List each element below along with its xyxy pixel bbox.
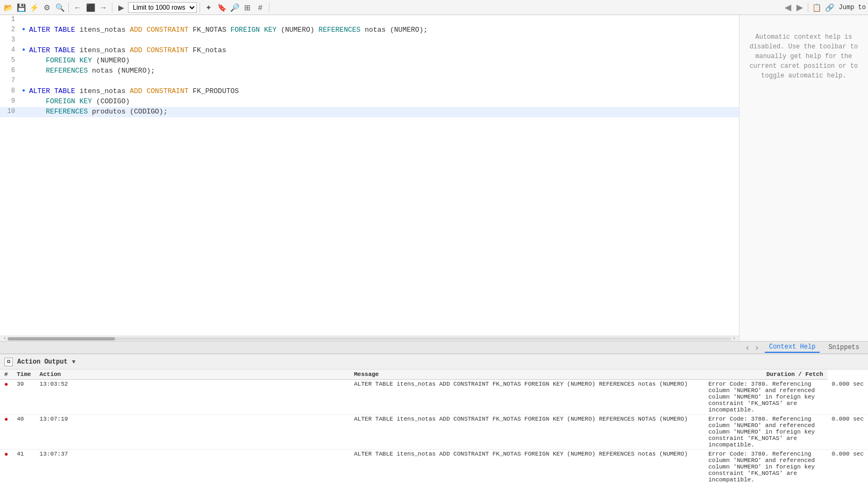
print-button[interactable]: ⊞ (241, 2, 253, 13)
tab-snippets[interactable]: Snippets (824, 343, 864, 352)
line-code-4: ALTER TABLE itens_notas ADD CONSTRAINT F… (27, 46, 739, 54)
divider-1 (68, 3, 69, 12)
context-icon-1[interactable]: 📋 (811, 2, 823, 13)
zoom-button[interactable]: 🔍 (54, 2, 66, 13)
output-copy-icon[interactable]: ⧉ (4, 358, 13, 366)
col-header-time: Time (12, 370, 35, 380)
code-line-10: 10 REFERENCES produtos (CODIGO); (0, 107, 739, 117)
line-num-2: 2 (0, 25, 20, 33)
back-button[interactable]: ← (72, 2, 83, 13)
output-panel: ⧉ Action Output ▼ # Time Action Message … (0, 354, 868, 483)
col-header-message: Message (350, 370, 704, 380)
line-dot-9 (20, 97, 27, 98)
line-num-10: 10 (0, 107, 20, 115)
limit-select[interactable]: Limit to 1000 rows Limit to 500 rows Don… (128, 2, 197, 13)
line-code-3 (27, 35, 739, 36)
context-icon-2[interactable]: 🔗 (824, 2, 836, 13)
table-header-row: # Time Action Message Duration / Fetch (0, 370, 868, 380)
tab-context-help[interactable]: Context Help (765, 342, 820, 353)
line-num-4: 4 (0, 46, 20, 54)
nav-prev-button[interactable]: ◀ (782, 2, 793, 12)
table-row: ● 40 13:07:19 ALTER TABLE itens_notas AD… (0, 415, 868, 450)
code-line-3: 3 (0, 35, 739, 46)
line-num-6: 6 (0, 66, 20, 74)
line-code-7 (27, 76, 739, 77)
line-code-1 (27, 15, 739, 16)
right-panel: Automatic context help is disabled. Use … (739, 15, 868, 341)
code-line-2: 2 ● ALTER TABLE itens_notas ADD CONSTRAI… (0, 25, 739, 35)
cell-action: ALTER TABLE itens_notas ADD CONSTRAINT F… (350, 415, 704, 450)
bottom-tabs-bar: ‹ › Context Help Snippets (0, 341, 868, 354)
scrollbar-track[interactable] (8, 337, 731, 340)
output-label: Action Output (17, 358, 68, 366)
jump-to-label: Jump to (839, 4, 866, 11)
line-dot-1 (20, 15, 27, 16)
cell-num: 39 (12, 380, 35, 415)
row-status-icon: ● (4, 381, 8, 388)
cell-action: ALTER TABLE itens_notas ADD CONSTRAINT F… (350, 450, 704, 484)
cell-num: 41 (12, 450, 35, 484)
line-code-9: FOREIGN KEY (CODIGO) (27, 97, 739, 105)
line-dot-3 (20, 35, 27, 37)
context-help-text: Automatic context help is disabled. Use … (746, 32, 862, 81)
line-num-3: 3 (0, 35, 20, 44)
cell-duration: 0.000 sec (828, 380, 868, 415)
refresh-button[interactable]: ⚡ (28, 2, 40, 13)
forward-button[interactable]: → (97, 2, 109, 13)
tab-prev-arrow[interactable]: ‹ (744, 343, 751, 352)
code-line-6: 6 REFERENCES notas (NUMERO); (0, 66, 739, 76)
nav-next-button[interactable]: ▶ (794, 2, 805, 12)
run-button[interactable]: ▶ (115, 2, 127, 13)
cell-icon: ● (0, 415, 12, 450)
stop-button[interactable]: ⬛ (84, 2, 96, 13)
star-button[interactable]: ✦ (203, 2, 215, 13)
cell-action: ALTER TABLE itens_notas ADD CONSTRAINT F… (350, 380, 704, 415)
code-line-8: 8 ● ALTER TABLE itens_notas ADD CONSTRAI… (0, 87, 739, 97)
row-status-icon: ● (4, 416, 8, 423)
divider-2 (112, 3, 112, 12)
line-dot-7 (20, 76, 27, 77)
calc-button[interactable]: # (254, 2, 266, 13)
output-dropdown[interactable]: ▼ (72, 359, 76, 365)
output-table[interactable]: # Time Action Message Duration / Fetch ●… (0, 370, 868, 483)
scroll-right-arrow[interactable]: › (731, 336, 737, 341)
divider-3 (200, 3, 200, 12)
divider-5 (808, 3, 808, 12)
divider-4 (269, 3, 269, 12)
code-line-7: 7 (0, 76, 739, 87)
scroll-left-arrow[interactable]: ‹ (2, 336, 8, 341)
code-line-5: 5 FOREIGN KEY (NUMERO) (0, 56, 739, 66)
cell-message: Error Code: 3780. Referencing column 'NU… (704, 450, 827, 484)
line-code-5: FOREIGN KEY (NUMERO) (27, 56, 739, 65)
col-header-hash: # (0, 370, 12, 380)
cell-message: Error Code: 3780. Referencing column 'NU… (704, 380, 827, 415)
output-header: ⧉ Action Output ▼ (0, 354, 868, 370)
tab-next-arrow[interactable]: › (753, 343, 760, 352)
line-dot-6 (20, 66, 27, 67)
tab-arrows: ‹ › (744, 343, 760, 352)
line-code-6: REFERENCES notas (NUMERO); (27, 66, 739, 75)
bookmark-button[interactable]: 🔖 (216, 2, 227, 13)
find-button[interactable]: 🔎 (229, 2, 240, 13)
line-dot-4: ● (20, 46, 27, 53)
open-button[interactable]: 📂 (2, 2, 14, 13)
main-toolbar: 📂 💾 ⚡ ⚙ 🔍 ← ⬛ → ▶ Limit to 1000 rows Lim… (0, 0, 868, 15)
cell-time: 13:03:52 (35, 380, 350, 415)
output-tbody: ● 39 13:03:52 ALTER TABLE itens_notas AD… (0, 380, 868, 484)
scrollbar-thumb[interactable] (8, 337, 115, 340)
save-button[interactable]: 💾 (15, 2, 27, 13)
settings-button[interactable]: ⚙ (41, 2, 53, 13)
line-num-9: 9 (0, 97, 20, 105)
table-row: ● 39 13:03:52 ALTER TABLE itens_notas AD… (0, 380, 868, 415)
cell-time: 13:07:19 (35, 415, 350, 450)
row-status-icon: ● (4, 451, 8, 458)
line-code-10: REFERENCES produtos (CODIGO); (27, 107, 739, 116)
cell-icon: ● (0, 380, 12, 415)
cell-duration: 0.000 sec (828, 415, 868, 450)
cell-duration: 0.000 sec (828, 450, 868, 484)
nav-arrows: ◀ ▶ 📋 🔗 Jump to (782, 2, 866, 13)
code-editor[interactable]: 1 2 ● ALTER TABLE itens_notas ADD CONSTR… (0, 15, 739, 336)
col-header-duration: Duration / Fetch (704, 370, 827, 380)
code-line-4: 4 ● ALTER TABLE itens_notas ADD CONSTRAI… (0, 46, 739, 56)
editor-scrollbar[interactable]: ‹ › (0, 336, 739, 341)
